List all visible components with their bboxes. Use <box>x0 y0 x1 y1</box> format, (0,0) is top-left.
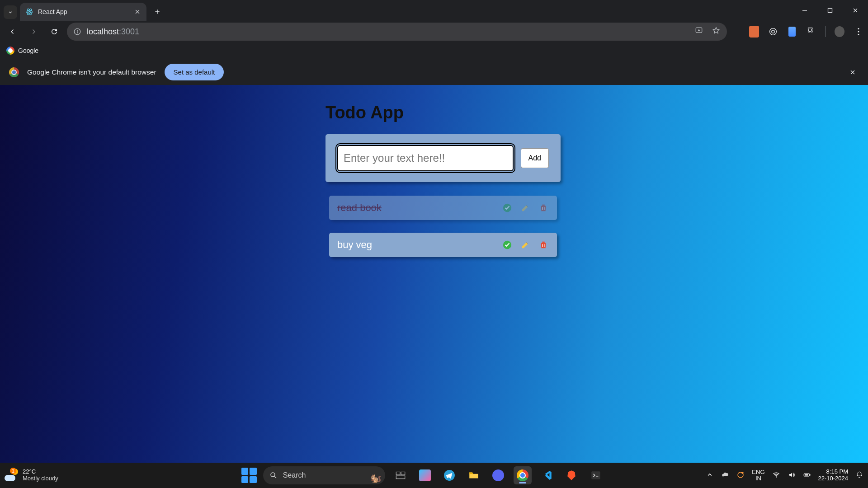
bookmark-star-button[interactable] <box>712 26 721 38</box>
browser-chrome: React App localhost:3001 <box>0 0 868 85</box>
lang-top: ENG <box>752 469 764 475</box>
taskbar-brave[interactable] <box>562 466 580 484</box>
svg-point-22 <box>742 472 744 474</box>
taskbar-discord[interactable] <box>489 466 507 484</box>
browser-tab[interactable]: React App <box>20 3 146 21</box>
chrome-icon <box>517 469 528 481</box>
reload-icon <box>50 28 58 36</box>
chevron-up-icon <box>706 471 714 479</box>
address-bar[interactable]: localhost:3001 <box>67 23 727 41</box>
todo-input[interactable] <box>337 145 514 171</box>
arrow-left-icon <box>9 28 17 36</box>
tray-overflow-button[interactable] <box>706 471 714 480</box>
weather-icon: 1 <box>5 469 18 482</box>
tray-updates[interactable] <box>736 471 745 480</box>
todo-input-card: Add <box>326 134 561 182</box>
app-title: Todo App <box>326 103 561 122</box>
todo-edit-button[interactable] <box>520 202 531 213</box>
tray-wifi[interactable] <box>772 471 780 480</box>
extension-icon-2[interactable] <box>768 27 778 37</box>
window-close-button[interactable] <box>843 0 868 21</box>
page-content: Todo App Add read book buy veg <box>0 85 868 463</box>
bookmarks-bar: Google <box>0 42 868 59</box>
arrow-right-icon <box>29 28 38 36</box>
todo-text: buy veg <box>337 239 497 251</box>
check-circle-icon <box>502 240 512 250</box>
todo-complete-button[interactable] <box>502 202 513 213</box>
tab-close-button[interactable] <box>134 8 141 15</box>
tab-title: React App <box>38 8 129 15</box>
tray-notifications[interactable] <box>855 471 863 480</box>
chrome-icon <box>9 67 19 77</box>
taskbar-copilot[interactable] <box>416 466 434 484</box>
nav-back-button[interactable] <box>5 23 21 40</box>
volume-icon <box>788 471 796 479</box>
tray-battery[interactable] <box>803 471 811 480</box>
svg-point-11 <box>858 31 859 32</box>
install-app-button[interactable] <box>694 26 703 38</box>
wifi-icon <box>772 471 780 479</box>
kebab-icon <box>854 27 863 37</box>
nav-reload-button[interactable] <box>46 23 62 40</box>
url-port: :3001 <box>119 27 139 36</box>
trash-icon <box>538 240 548 250</box>
taskbar-chrome[interactable] <box>514 466 532 484</box>
window-minimize-button[interactable] <box>792 0 817 21</box>
taskbar-file-explorer[interactable] <box>465 466 483 484</box>
set-default-button[interactable]: Set as default <box>165 64 224 80</box>
react-icon <box>25 8 33 16</box>
svg-rect-18 <box>396 476 405 479</box>
tab-strip: React App <box>0 0 868 21</box>
tray-volume[interactable] <box>788 471 796 480</box>
toolbar-separator <box>825 26 826 37</box>
site-info-button[interactable] <box>73 28 81 36</box>
taskbar-weather[interactable]: 1 22°C Mostly cloudy <box>5 469 140 482</box>
todo-delete-button[interactable] <box>538 202 549 213</box>
tray-language[interactable]: ENG IN <box>752 469 764 482</box>
extension-icon-3[interactable] <box>787 27 797 37</box>
terminal-icon <box>590 469 602 481</box>
nav-forward-button[interactable] <box>25 23 42 40</box>
task-view-icon <box>395 469 406 481</box>
infobar-close-button[interactable] <box>846 66 859 79</box>
svg-rect-26 <box>804 474 808 475</box>
extensions-menu-button[interactable] <box>806 27 816 37</box>
new-tab-button[interactable] <box>150 5 165 19</box>
todo-edit-button[interactable] <box>520 239 531 250</box>
taskbar-search[interactable]: Search 🐿️ <box>263 466 385 484</box>
taskbar-terminal[interactable] <box>587 466 605 484</box>
add-button[interactable]: Add <box>521 148 549 168</box>
google-icon <box>6 47 14 55</box>
svg-rect-20 <box>591 471 600 479</box>
todo-text: read book <box>337 202 497 214</box>
search-placeholder: Search <box>283 471 306 479</box>
windows-taskbar: 1 22°C Mostly cloudy Search 🐿️ ENG <box>0 463 868 488</box>
taskbar-task-view[interactable] <box>392 466 410 484</box>
bookmark-google[interactable]: Google <box>6 47 38 55</box>
taskbar-vscode[interactable] <box>538 466 556 484</box>
todo-complete-button[interactable] <box>502 239 513 250</box>
url-host: localhost <box>87 27 119 36</box>
window-maximize-button[interactable] <box>817 0 843 21</box>
tab-search-button[interactable] <box>4 5 17 19</box>
tray-onedrive[interactable] <box>721 471 729 480</box>
svg-rect-17 <box>401 472 405 475</box>
target-icon <box>768 27 778 37</box>
svg-point-8 <box>770 28 777 35</box>
chevron-down-icon <box>7 9 14 15</box>
taskbar-center: Search 🐿️ <box>140 466 706 484</box>
trash-icon <box>538 203 548 213</box>
info-icon <box>73 28 81 36</box>
todo-delete-button[interactable] <box>538 239 549 250</box>
bell-icon <box>855 471 863 479</box>
profile-avatar[interactable] <box>835 27 844 37</box>
star-icon <box>712 26 721 35</box>
close-icon <box>852 7 859 14</box>
sync-icon <box>736 471 745 479</box>
extension-icon-1[interactable] <box>749 27 759 37</box>
start-button[interactable] <box>241 468 257 483</box>
taskbar-telegram[interactable] <box>440 466 458 484</box>
chrome-menu-button[interactable] <box>854 27 863 37</box>
svg-point-12 <box>858 34 859 35</box>
tray-clock[interactable]: 8:15 PM 22-10-2024 <box>818 469 849 482</box>
